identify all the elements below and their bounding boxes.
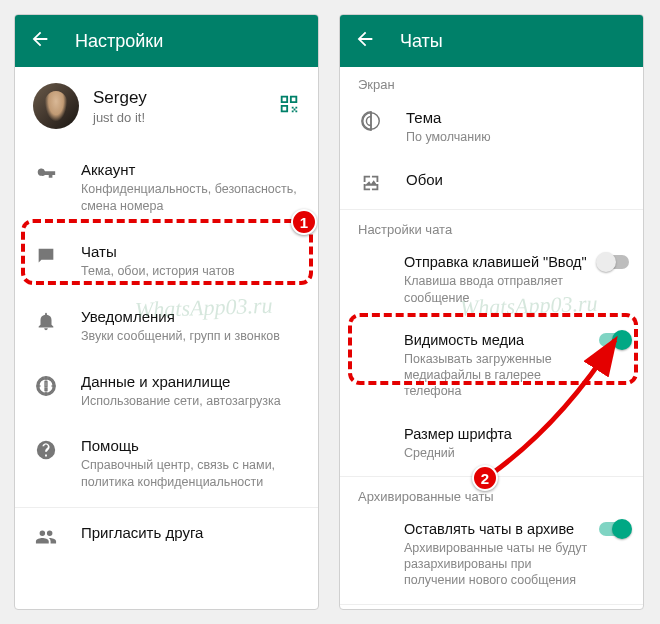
setting-title: Аккаунт	[81, 161, 302, 178]
annotation-badge-1: 1	[291, 209, 317, 235]
qr-icon[interactable]	[278, 93, 300, 119]
profile-status: just do it!	[93, 110, 264, 125]
setting-title: Данные и хранилище	[81, 373, 302, 390]
setting-title: Уведомления	[81, 308, 302, 325]
toggle-media-visibility[interactable]	[599, 333, 629, 347]
appbar-chats: Чаты	[340, 15, 643, 67]
setting-sub: Конфиденциальность, безопасность, смена …	[81, 181, 302, 215]
row-enter-send[interactable]: Отправка клавишей "Ввод" Клавиша ввода о…	[340, 241, 643, 319]
setting-title: Пригласить друга	[81, 524, 302, 541]
row-title: Оставлять чаты в архиве	[404, 521, 593, 537]
settings-item-account[interactable]: Аккаунт Конфиденциальность, безопасность…	[15, 147, 318, 229]
row-wallpaper[interactable]: Обои	[340, 158, 643, 207]
setting-sub: Звуки сообщений, групп и звонков	[81, 328, 302, 345]
avatar	[33, 83, 79, 129]
wallpaper-icon	[360, 172, 382, 194]
row-keep-archived[interactable]: Оставлять чаты в архиве Архивированные ч…	[340, 508, 643, 602]
settings-item-notifications[interactable]: Уведомления Звуки сообщений, групп и зво…	[15, 294, 318, 359]
appbar-title: Чаты	[400, 31, 443, 52]
help-icon	[35, 439, 57, 461]
row-font-size[interactable]: Размер шрифта Средний	[340, 413, 643, 474]
settings-screen: Настройки Sergey just do it! Аккаунт Кон…	[14, 14, 319, 610]
setting-title: Чаты	[81, 243, 302, 260]
bell-icon	[35, 310, 57, 332]
data-icon	[35, 375, 57, 397]
divider	[15, 507, 318, 508]
row-theme[interactable]: Тема По умолчанию	[340, 96, 643, 158]
section-screen: Экран	[340, 67, 643, 96]
profile-name: Sergey	[93, 88, 264, 108]
chat-icon	[35, 245, 57, 267]
appbar-title: Настройки	[75, 31, 163, 52]
key-icon	[35, 163, 57, 185]
setting-sub: Тема, обои, история чатов	[81, 263, 302, 280]
toggle-enter-send[interactable]	[599, 255, 629, 269]
settings-item-help[interactable]: Помощь Справочный центр, связь с нами, п…	[15, 423, 318, 505]
row-sub: По умолчанию	[406, 129, 627, 145]
row-sub: Клавиша ввода отправляет сообщение	[404, 273, 593, 306]
divider	[340, 604, 643, 605]
setting-sub: Справочный центр, связь с нами, политика…	[81, 457, 302, 491]
row-media-visibility[interactable]: Видимость медиа Показывать загруженные м…	[340, 319, 643, 413]
divider	[340, 209, 643, 210]
theme-icon	[360, 110, 382, 132]
row-title: Отправка клавишей "Ввод"	[404, 254, 593, 270]
chats-settings-screen: Чаты Экран Тема По умолчанию Обои Настро…	[339, 14, 644, 610]
people-icon	[35, 526, 57, 548]
row-backup[interactable]: Резервная копия чатов	[340, 607, 643, 611]
setting-sub: Использование сети, автозагрузка	[81, 393, 302, 410]
row-sub: Показывать загруженные медиафайлы в гале…	[404, 351, 593, 400]
row-title: Размер шрифта	[404, 426, 593, 442]
row-title: Обои	[406, 171, 627, 188]
row-sub: Архивированные чаты не будут разархивиро…	[404, 540, 593, 589]
appbar-settings: Настройки	[15, 15, 318, 67]
back-icon[interactable]	[29, 28, 51, 54]
section-chat-settings: Настройки чата	[340, 212, 643, 241]
row-title: Тема	[406, 109, 627, 126]
toggle-keep-archived[interactable]	[599, 522, 629, 536]
setting-title: Помощь	[81, 437, 302, 454]
row-title: Видимость медиа	[404, 332, 593, 348]
profile-row[interactable]: Sergey just do it!	[15, 67, 318, 147]
annotation-badge-2: 2	[472, 465, 498, 491]
back-icon[interactable]	[354, 28, 376, 54]
settings-item-invite[interactable]: Пригласить друга	[15, 510, 318, 562]
settings-item-chats[interactable]: Чаты Тема, обои, история чатов	[15, 229, 318, 294]
settings-item-storage[interactable]: Данные и хранилище Использование сети, а…	[15, 359, 318, 424]
row-sub: Средний	[404, 445, 593, 461]
